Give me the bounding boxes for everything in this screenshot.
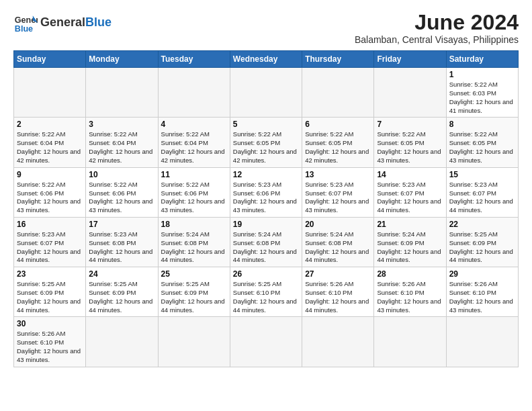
title-area: June 2024 Balamban, Central Visayas, Phi… <box>355 11 519 45</box>
weekday-header-wednesday: Wednesday <box>230 51 302 68</box>
calendar-cell: 29Sunrise: 5:26 AM Sunset: 6:10 PM Dayli… <box>446 267 518 317</box>
day-info: Sunrise: 5:22 AM Sunset: 6:06 PM Dayligh… <box>17 181 83 215</box>
day-info: Sunrise: 5:22 AM Sunset: 6:04 PM Dayligh… <box>17 130 83 165</box>
day-info: Sunrise: 5:25 AM Sunset: 6:10 PM Dayligh… <box>233 280 299 314</box>
calendar-cell: 16Sunrise: 5:23 AM Sunset: 6:07 PM Dayli… <box>14 217 86 267</box>
day-number: 4 <box>161 120 227 129</box>
calendar-cell <box>374 317 446 367</box>
calendar-week-row: 23Sunrise: 5:25 AM Sunset: 6:09 PM Dayli… <box>14 267 519 317</box>
day-number: 28 <box>377 269 443 279</box>
day-info: Sunrise: 5:24 AM Sunset: 6:08 PM Dayligh… <box>233 230 299 265</box>
calendar-cell: 27Sunrise: 5:26 AM Sunset: 6:10 PM Dayli… <box>302 267 374 317</box>
calendar-cell: 15Sunrise: 5:23 AM Sunset: 6:07 PM Dayli… <box>446 167 518 217</box>
calendar-week-row: 9Sunrise: 5:22 AM Sunset: 6:06 PM Daylig… <box>14 167 519 217</box>
day-info: Sunrise: 5:23 AM Sunset: 6:06 PM Dayligh… <box>233 181 299 215</box>
day-info: Sunrise: 5:25 AM Sunset: 6:09 PM Dayligh… <box>449 230 515 265</box>
calendar-cell: 14Sunrise: 5:23 AM Sunset: 6:07 PM Dayli… <box>374 167 446 217</box>
day-number: 3 <box>89 120 154 129</box>
day-info: Sunrise: 5:22 AM Sunset: 6:05 PM Dayligh… <box>233 130 299 165</box>
logo-icon: General Blue <box>13 11 38 35</box>
day-info: Sunrise: 5:24 AM Sunset: 6:09 PM Dayligh… <box>377 230 443 265</box>
day-number: 20 <box>305 220 371 229</box>
day-number: 15 <box>449 170 515 179</box>
weekday-header-monday: Monday <box>86 51 158 68</box>
weekday-header-tuesday: Tuesday <box>158 51 230 68</box>
day-number: 7 <box>377 120 443 129</box>
calendar-cell <box>230 68 302 118</box>
calendar-cell <box>302 68 374 118</box>
calendar-cell: 4Sunrise: 5:22 AM Sunset: 6:04 PM Daylig… <box>158 118 230 167</box>
calendar-week-row: 30Sunrise: 5:26 AM Sunset: 6:10 PM Dayli… <box>14 317 519 367</box>
calendar-cell: 12Sunrise: 5:23 AM Sunset: 6:06 PM Dayli… <box>230 167 302 217</box>
day-number: 17 <box>89 220 154 229</box>
calendar-cell: 9Sunrise: 5:22 AM Sunset: 6:06 PM Daylig… <box>14 167 86 217</box>
calendar-week-row: 16Sunrise: 5:23 AM Sunset: 6:07 PM Dayli… <box>14 217 519 267</box>
day-number: 30 <box>17 319 83 328</box>
calendar-cell: 17Sunrise: 5:23 AM Sunset: 6:08 PM Dayli… <box>86 217 158 267</box>
calendar-cell: 26Sunrise: 5:25 AM Sunset: 6:10 PM Dayli… <box>230 267 302 317</box>
calendar-cell <box>230 317 302 367</box>
day-number: 11 <box>161 170 227 179</box>
calendar-cell <box>14 68 86 118</box>
day-number: 26 <box>233 269 299 279</box>
day-info: Sunrise: 5:23 AM Sunset: 6:08 PM Dayligh… <box>89 230 154 265</box>
weekday-header-sunday: Sunday <box>14 51 86 68</box>
header: General Blue GeneralBlue June 2024 Balam… <box>13 11 519 45</box>
calendar-cell <box>86 68 158 118</box>
calendar-cell: 6Sunrise: 5:22 AM Sunset: 6:05 PM Daylig… <box>302 118 374 167</box>
day-info: Sunrise: 5:24 AM Sunset: 6:08 PM Dayligh… <box>161 230 227 265</box>
weekday-header-friday: Friday <box>374 51 446 68</box>
weekday-header-thursday: Thursday <box>302 51 374 68</box>
calendar-cell: 8Sunrise: 5:22 AM Sunset: 6:05 PM Daylig… <box>446 118 518 167</box>
day-info: Sunrise: 5:23 AM Sunset: 6:07 PM Dayligh… <box>377 181 443 215</box>
calendar-cell: 30Sunrise: 5:26 AM Sunset: 6:10 PM Dayli… <box>14 317 86 367</box>
day-number: 8 <box>449 120 515 129</box>
day-info: Sunrise: 5:25 AM Sunset: 6:09 PM Dayligh… <box>161 280 227 314</box>
calendar-cell: 24Sunrise: 5:25 AM Sunset: 6:09 PM Dayli… <box>86 267 158 317</box>
calendar-cell: 7Sunrise: 5:22 AM Sunset: 6:05 PM Daylig… <box>374 118 446 167</box>
day-info: Sunrise: 5:22 AM Sunset: 6:06 PM Dayligh… <box>89 181 154 215</box>
day-info: Sunrise: 5:26 AM Sunset: 6:10 PM Dayligh… <box>305 280 371 314</box>
day-number: 6 <box>305 120 371 129</box>
calendar-week-row: 2Sunrise: 5:22 AM Sunset: 6:04 PM Daylig… <box>14 118 519 167</box>
day-info: Sunrise: 5:23 AM Sunset: 6:07 PM Dayligh… <box>449 181 515 215</box>
calendar-cell <box>86 317 158 367</box>
day-info: Sunrise: 5:25 AM Sunset: 6:09 PM Dayligh… <box>89 280 154 314</box>
day-number: 10 <box>89 170 154 179</box>
day-number: 25 <box>161 269 227 279</box>
svg-text:Blue: Blue <box>15 24 33 34</box>
day-number: 29 <box>449 269 515 279</box>
day-number: 22 <box>449 220 515 229</box>
day-number: 9 <box>17 170 83 179</box>
day-info: Sunrise: 5:22 AM Sunset: 6:06 PM Dayligh… <box>161 181 227 215</box>
day-number: 2 <box>17 120 83 129</box>
day-info: Sunrise: 5:22 AM Sunset: 6:04 PM Dayligh… <box>89 130 154 165</box>
calendar-cell: 13Sunrise: 5:23 AM Sunset: 6:07 PM Dayli… <box>302 167 374 217</box>
day-number: 23 <box>17 269 83 279</box>
day-info: Sunrise: 5:22 AM Sunset: 6:03 PM Dayligh… <box>449 81 515 115</box>
day-info: Sunrise: 5:26 AM Sunset: 6:10 PM Dayligh… <box>377 280 443 314</box>
calendar-cell: 10Sunrise: 5:22 AM Sunset: 6:06 PM Dayli… <box>86 167 158 217</box>
day-number: 16 <box>17 220 83 229</box>
weekday-header-saturday: Saturday <box>446 51 518 68</box>
calendar-week-row: 1Sunrise: 5:22 AM Sunset: 6:03 PM Daylig… <box>14 68 519 118</box>
day-info: Sunrise: 5:23 AM Sunset: 6:07 PM Dayligh… <box>17 230 83 265</box>
day-number: 5 <box>233 120 299 129</box>
calendar-cell: 18Sunrise: 5:24 AM Sunset: 6:08 PM Dayli… <box>158 217 230 267</box>
calendar-cell <box>374 68 446 118</box>
calendar-cell: 11Sunrise: 5:22 AM Sunset: 6:06 PM Dayli… <box>158 167 230 217</box>
calendar-cell <box>158 317 230 367</box>
logo-text: GeneralBlue <box>40 16 112 30</box>
day-number: 27 <box>305 269 371 279</box>
day-number: 14 <box>377 170 443 179</box>
day-number: 13 <box>305 170 371 179</box>
day-number: 24 <box>89 269 154 279</box>
day-info: Sunrise: 5:22 AM Sunset: 6:05 PM Dayligh… <box>305 130 371 165</box>
month-year-title: June 2024 <box>355 11 519 34</box>
calendar-cell: 3Sunrise: 5:22 AM Sunset: 6:04 PM Daylig… <box>86 118 158 167</box>
day-info: Sunrise: 5:25 AM Sunset: 6:09 PM Dayligh… <box>17 280 83 314</box>
calendar-cell: 21Sunrise: 5:24 AM Sunset: 6:09 PM Dayli… <box>374 217 446 267</box>
day-number: 21 <box>377 220 443 229</box>
calendar-cell <box>302 317 374 367</box>
weekday-header-row: SundayMondayTuesdayWednesdayThursdayFrid… <box>14 51 519 68</box>
